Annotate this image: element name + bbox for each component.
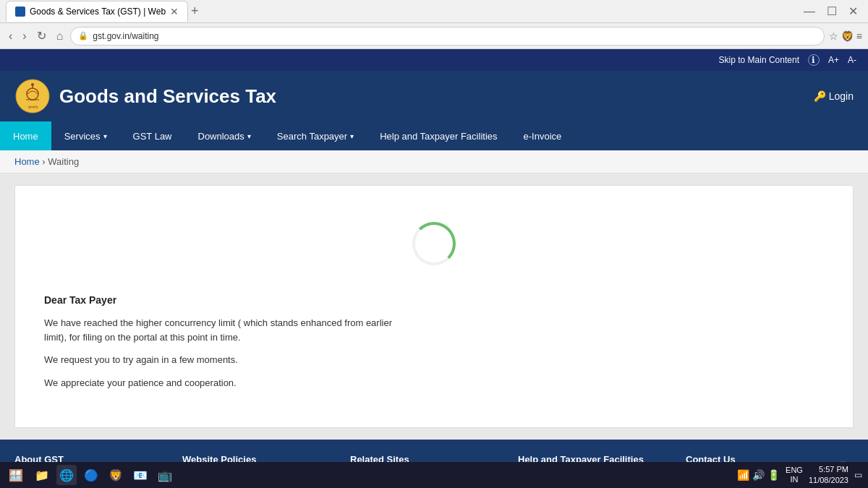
new-tab-button[interactable]: + — [191, 4, 199, 19]
taskbar: 🪟 📁 🌐 🔵 🦁 📧 📺 📶 🔊 🔋 ENG IN 5:57 PM 11/08… — [0, 462, 868, 488]
font-increase-button[interactable]: A+ — [828, 55, 839, 65]
taskbar-time-area: 5:57 PM 11/08/2023 — [809, 464, 848, 487]
taskbar-battery-icon: 🔋 — [767, 469, 780, 481]
content-card: Dear Tax Payer We have reached the highe… — [14, 185, 854, 428]
taskbar-chrome[interactable]: 🔵 — [81, 465, 101, 485]
font-decrease-button[interactable]: A- — [848, 55, 856, 65]
main-content-area: Dear Tax Payer We have reached the highe… — [0, 174, 868, 440]
start-button[interactable]: 🪟 — [6, 465, 26, 485]
message-paragraph-3: We appreciate your patience and cooperat… — [44, 376, 406, 390]
taskbar-media[interactable]: 📺 — [155, 465, 175, 485]
nav-search-taxpayer[interactable]: Search Taxpayer ▾ — [264, 121, 367, 150]
taskbar-system-icons: 📶 🔊 🔋 — [737, 469, 780, 481]
taskbar-volume-icon: 🔊 — [752, 469, 765, 481]
back-button[interactable]: ‹ — [6, 28, 15, 44]
tab-favicon — [15, 7, 25, 17]
browser-window-controls: — ☐ ✕ — [799, 3, 862, 20]
nav-services-label: Services — [64, 131, 101, 142]
browser-nav-bar: ‹ › ↻ ⌂ 🔒 gst.gov.in/waiting ☆ 🦁 ≡ — [0, 23, 868, 49]
tab-close-button[interactable]: ✕ — [170, 6, 179, 17]
nav-services[interactable]: Services ▾ — [51, 121, 120, 150]
nav-einvoice[interactable]: e-Invoice — [511, 121, 575, 150]
message-paragraph-1: We have reached the higher concurrency l… — [44, 316, 406, 344]
tab-title: Goods & Services Tax (GST) | Web — [30, 7, 166, 17]
lock-icon: 🔒 — [78, 31, 88, 40]
nav-search-taxpayer-label: Search Taxpayer — [277, 131, 347, 142]
svg-point-3 — [31, 83, 34, 86]
taskbar-brave[interactable]: 🦁 — [106, 465, 126, 485]
greeting-heading: Dear Tax Payer — [44, 294, 406, 306]
info-icon[interactable]: ℹ — [808, 54, 820, 66]
downloads-arrow-icon: ▾ — [247, 132, 251, 140]
reload-button[interactable]: ↻ — [34, 27, 49, 44]
url-text: gst.gov.in/waiting — [93, 31, 817, 41]
brave-shield-button[interactable]: 🦁 — [841, 30, 854, 42]
main-navigation: Home Services ▾ GST Law Downloads ▾ Sear… — [0, 121, 868, 150]
taskbar-time: 5:57 PM — [809, 464, 848, 475]
nav-downloads-label: Downloads — [198, 131, 244, 142]
address-bar[interactable]: 🔒 gst.gov.in/waiting — [70, 27, 825, 46]
taskbar-edge-browser[interactable]: 🌐 — [56, 465, 77, 485]
logo-area: सत्यमेव Goods and Services Tax — [14, 78, 276, 114]
nav-gst-law-label: GST Law — [133, 131, 172, 142]
message-area: Dear Tax Payer We have reached the highe… — [44, 294, 406, 390]
browser-tab[interactable]: Goods & Services Tax (GST) | Web ✕ — [6, 1, 188, 22]
taskbar-apps: 📁 🌐 🔵 🦁 📧 📺 — [32, 465, 175, 485]
taskbar-system-tray: 📶 🔊 🔋 ENG IN 5:57 PM 11/08/2023 ▭ — [737, 464, 862, 487]
close-button[interactable]: ✕ — [844, 3, 862, 20]
login-icon: 🔑 — [814, 90, 826, 102]
nav-home-label: Home — [13, 131, 38, 142]
search-taxpayer-arrow-icon: ▾ — [350, 132, 354, 140]
site-header: सत्यमेव Goods and Services Tax 🔑 Login — [0, 71, 868, 121]
breadcrumb-home-link[interactable]: Home — [14, 156, 40, 167]
login-button[interactable]: 🔑 Login — [814, 90, 854, 102]
emblem-logo: सत्यमेव — [14, 78, 51, 114]
nav-help-facilities[interactable]: Help and Taxpayer Facilities — [367, 121, 510, 150]
minimize-button[interactable]: — — [799, 4, 820, 20]
forward-button[interactable]: › — [20, 28, 29, 44]
browser-action-buttons: ☆ 🦁 ≡ — [829, 30, 862, 42]
taskbar-show-desktop-icon[interactable]: ▭ — [854, 470, 862, 480]
svg-text:सत्यमेव: सत्यमेव — [27, 105, 38, 109]
home-button[interactable]: ⌂ — [54, 28, 67, 44]
login-label: Login — [829, 90, 854, 102]
message-paragraph-2: We request you to try again in a few mom… — [44, 353, 406, 367]
taskbar-network-icon: 📶 — [737, 469, 749, 481]
nav-home[interactable]: Home — [0, 121, 51, 150]
breadcrumb-current: Waiting — [48, 156, 79, 167]
breadcrumb-separator: › — [42, 156, 45, 167]
nav-downloads[interactable]: Downloads ▾ — [185, 121, 264, 150]
skip-to-main-button[interactable]: Skip to Main Content — [719, 55, 799, 65]
site-title: Goods and Services Tax — [59, 85, 276, 108]
nav-gst-law[interactable]: GST Law — [120, 121, 185, 150]
taskbar-locale: ENG IN — [786, 466, 803, 484]
loading-spinner — [412, 222, 456, 265]
taskbar-file-explorer[interactable]: 📁 — [32, 465, 52, 485]
browser-title-bar: Goods & Services Tax (GST) | Web ✕ + — ☐… — [0, 0, 868, 23]
services-arrow-icon: ▾ — [103, 132, 107, 140]
bookmark-button[interactable]: ☆ — [829, 30, 838, 42]
taskbar-start: 🪟 — [6, 465, 26, 485]
taskbar-date: 11/08/2023 — [809, 475, 848, 486]
nav-einvoice-label: e-Invoice — [524, 131, 562, 142]
taskbar-mail[interactable]: 📧 — [130, 465, 150, 485]
accessibility-bar: Skip to Main Content ℹ A+ A- — [0, 49, 868, 71]
spinner-container — [44, 222, 824, 265]
menu-button[interactable]: ≡ — [856, 30, 862, 42]
breadcrumb: Home › Waiting — [0, 150, 868, 174]
nav-help-facilities-label: Help and Taxpayer Facilities — [380, 131, 497, 142]
maximize-button[interactable]: ☐ — [822, 3, 841, 20]
